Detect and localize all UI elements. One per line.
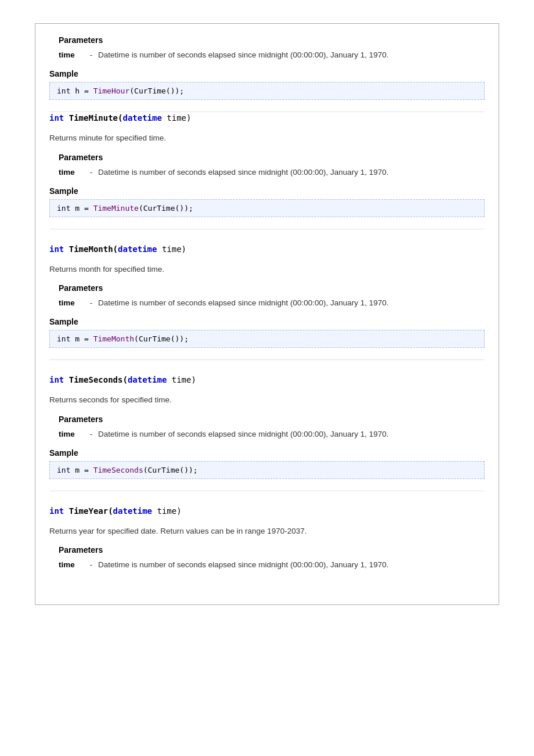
code-block-timemonth: int m = TimeMonth(CurTime()); [49, 330, 485, 348]
main-box: Parameters time - Datetime is number of … [35, 23, 499, 605]
param-name-timeseconds: time [59, 429, 84, 440]
param-dash-timeseconds: - [84, 429, 98, 440]
params-heading-timeminute: Parameters [59, 153, 485, 162]
code-block-timeminute: int m = TimeMinute(CurTime()); [49, 199, 485, 217]
param-block-timeseconds: Parameters time - Datetime is number of … [49, 415, 485, 440]
sample-heading-timeseconds: Sample [49, 448, 485, 458]
param-block-top: Parameters time - Datetime is number of … [49, 35, 485, 61]
param-dash-timeyear: - [84, 559, 98, 571]
section-timeyear: int TimeYear(datetime time) Returns year… [49, 505, 485, 591]
param-block-timeyear: Parameters time - Datetime is number of … [49, 545, 485, 571]
params-heading-timeyear: Parameters [59, 545, 485, 555]
param-name-top: time [59, 49, 84, 61]
param-dash-top: - [84, 49, 98, 61]
param-desc-timemonth: Datetime is number of seconds elapsed si… [98, 297, 485, 309]
section-timemonth: int TimeMonth(datetime time) Returns mon… [49, 243, 485, 361]
param-block-timemonth: Parameters time - Datetime is number of … [49, 283, 485, 309]
section-top: Parameters time - Datetime is number of … [49, 35, 485, 112]
params-heading-timeseconds: Parameters [59, 415, 485, 424]
description-timeyear: Returns year for specified date. Return … [49, 525, 485, 537]
param-row-timeseconds: time - Datetime is number of seconds ela… [59, 429, 485, 440]
sample-heading-timemonth: Sample [49, 317, 485, 326]
param-name-timeminute: time [59, 167, 84, 178]
param-block-timeminute: Parameters time - Datetime is number of … [49, 153, 485, 178]
sample-heading-timeminute: Sample [49, 186, 485, 196]
param-desc-timeseconds: Datetime is number of seconds elapsed si… [98, 429, 485, 440]
function-signature-timemonth: int TimeMonth(datetime time) [49, 243, 485, 255]
param-desc-timeyear: Datetime is number of seconds elapsed si… [98, 559, 485, 571]
function-signature-timeseconds: int TimeSeconds(datetime time) [49, 374, 485, 386]
param-dash-timemonth: - [84, 297, 98, 309]
sample-heading-top: Sample [49, 69, 485, 78]
param-name-timemonth: time [59, 297, 84, 309]
description-timeseconds: Returns seconds for specified time. [49, 394, 485, 406]
param-desc-top: Datetime is number of seconds elapsed si… [98, 49, 485, 61]
param-row-timeminute: time - Datetime is number of seconds ela… [59, 167, 485, 178]
param-row-timeyear: time - Datetime is number of seconds ela… [59, 559, 485, 571]
param-row-top: time - Datetime is number of seconds ela… [59, 49, 485, 61]
page-wrapper: Parameters time - Datetime is number of … [0, 0, 534, 756]
param-name-timeyear: time [59, 559, 84, 571]
description-timeminute: Returns minute for specified time. [49, 132, 485, 144]
param-row-timemonth: time - Datetime is number of seconds ela… [59, 297, 485, 309]
section-timeseconds: int TimeSeconds(datetime time) Returns s… [49, 374, 485, 491]
function-signature-timeyear: int TimeYear(datetime time) [49, 505, 485, 517]
function-signature-timeminute: int TimeMinute(datetime time) [49, 112, 485, 124]
params-heading-timemonth: Parameters [59, 283, 485, 293]
code-block-timeseconds: int m = TimeSeconds(CurTime()); [49, 461, 485, 479]
param-desc-timeminute: Datetime is number of seconds elapsed si… [98, 167, 485, 178]
params-heading-top: Parameters [59, 35, 485, 45]
code-block-top: int h = TimeHour(CurTime()); [49, 82, 485, 100]
param-dash-timeminute: - [84, 167, 98, 178]
description-timemonth: Returns month for specified time. [49, 264, 485, 275]
section-timeminute: int TimeMinute(datetime time) Returns mi… [49, 112, 485, 229]
